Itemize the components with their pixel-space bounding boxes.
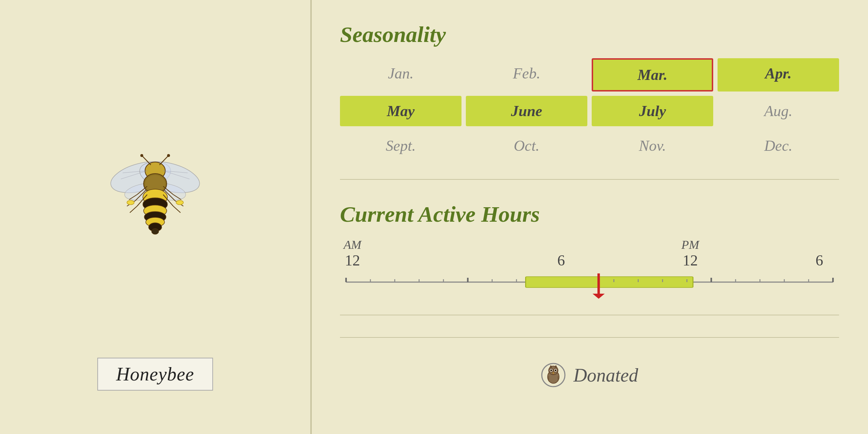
month-dec: Dec. <box>718 131 839 161</box>
month-june: June <box>466 96 587 126</box>
svg-line-29 <box>173 206 180 213</box>
svg-rect-48 <box>526 277 693 288</box>
bee-illustration <box>101 141 209 242</box>
month-nov: Nov. <box>592 131 713 161</box>
divider-1 <box>340 179 839 180</box>
page-container: Honeybee Seasonality Jan. Feb. Mar. Apr.… <box>0 0 868 434</box>
month-apr: Apr. <box>718 58 839 92</box>
svg-point-68 <box>550 370 552 371</box>
pm-label: PM <box>681 238 699 252</box>
am-label: AM <box>344 238 361 252</box>
svg-marker-60 <box>592 294 605 299</box>
svg-point-8 <box>167 154 170 157</box>
left-panel: Honeybee <box>0 0 311 434</box>
month-sept: Sept. <box>340 131 461 161</box>
month-aug: Aug. <box>718 96 839 126</box>
timeline-bar <box>340 271 839 300</box>
active-hours-section: Current Active Hours AM 12 AM 6 PM 12 <box>340 201 839 300</box>
right-panel: Seasonality Jan. Feb. Mar. Apr. May June… <box>311 0 868 434</box>
svg-point-31 <box>176 200 183 205</box>
am-12-label: 12 <box>345 252 360 269</box>
svg-point-30 <box>127 200 134 205</box>
seasonality-title: Seasonality <box>340 22 839 47</box>
creature-name-label: Honeybee <box>97 358 213 391</box>
month-oct: Oct. <box>466 131 587 161</box>
month-feb: Feb. <box>466 58 587 92</box>
am-6-label: 6 <box>557 252 565 269</box>
divider-2 <box>340 315 839 315</box>
donated-label: Donated <box>573 365 638 386</box>
svg-point-69 <box>555 370 557 371</box>
museum-owl-icon <box>541 362 566 388</box>
svg-point-17 <box>152 229 159 234</box>
pm-6-label: 6 <box>816 252 823 269</box>
vertical-divider <box>311 0 312 434</box>
seasonality-section: Seasonality Jan. Feb. Mar. Apr. May June… <box>340 22 839 165</box>
pm-12-label: 12 <box>682 252 698 269</box>
month-july: July <box>592 96 713 126</box>
month-may: May <box>340 96 461 126</box>
donated-section: Donated <box>340 337 839 412</box>
month-jan: Jan. <box>340 58 461 92</box>
active-hours-title: Current Active Hours <box>340 201 839 227</box>
svg-line-23 <box>130 206 137 213</box>
svg-point-6 <box>140 154 143 157</box>
timeline: AM 12 AM 6 PM 12 PM 6 <box>340 238 839 300</box>
month-grid: Jan. Feb. Mar. Apr. May June July Aug. S… <box>340 58 839 161</box>
month-mar: Mar. <box>592 58 713 92</box>
donated-container: Donated <box>541 362 638 388</box>
